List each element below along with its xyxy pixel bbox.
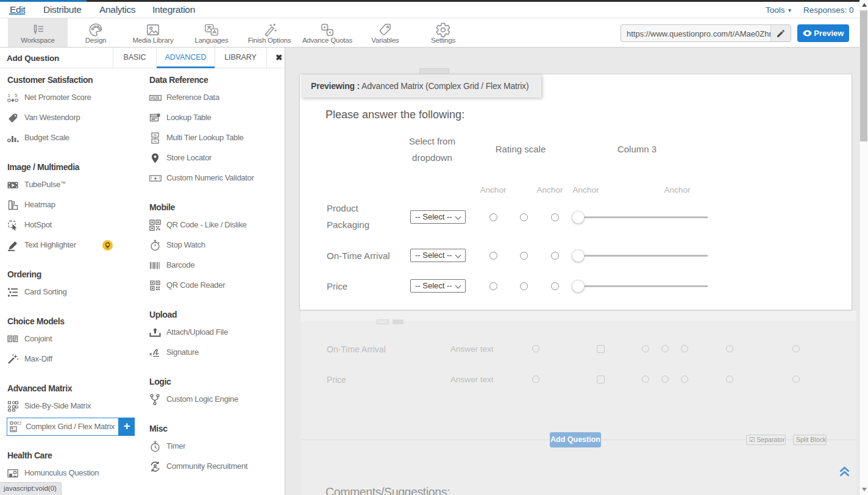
svg-text:#123: #123 — [151, 96, 160, 100]
svg-text:5: 5 — [15, 93, 18, 98]
svg-text:1: 1 — [7, 93, 10, 98]
svg-text:x: x — [149, 351, 152, 357]
